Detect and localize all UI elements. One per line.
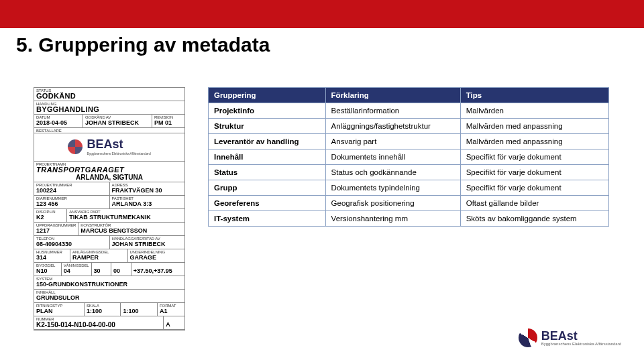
beast-logo-icon	[68, 139, 83, 154]
table-cell: Sköts av bakomliggande system	[460, 211, 608, 227]
val-van3: 00	[113, 267, 129, 275]
table-cell: Oftast gällande bilder	[460, 196, 608, 211]
table-cell: Specifikt för varje dokument	[460, 180, 608, 196]
table-cell: Mallvärden	[460, 103, 608, 119]
val-van1: 04	[64, 267, 89, 275]
table-row: ProjektinfoBeställarinformationMallvärde…	[209, 103, 609, 119]
val-koord: +37.50,+37.95	[133, 267, 182, 275]
slide: 5. Gruppering av metadata STATUSGODKÄND …	[0, 0, 644, 362]
val-fastighet: ARLANDA 3:3	[112, 200, 183, 208]
table-cell: Mallvärden med anpassning	[460, 119, 608, 134]
val-system: 150-GRUNDKONSTRUKTIONER	[36, 281, 182, 288]
table-row: GeoreferensGeografisk positioneringOftas…	[209, 196, 609, 211]
val-anl: RAMPER	[72, 254, 125, 261]
val-skala2: 1:100	[123, 308, 155, 315]
val-tel: 08-40904330	[36, 241, 107, 248]
beast-logo-text: BEAst	[87, 137, 150, 152]
table-cell: Mallvärden med anpassning	[460, 134, 608, 149]
table-row: StatusStatus och godkännandeSpecifikt fö…	[209, 165, 609, 180]
table-cell: Ansvarig part	[325, 134, 460, 149]
table-cell: Geografisk positionering	[325, 196, 460, 211]
th-forklaring: Förklaring	[325, 88, 460, 103]
table-cell: Innehåll	[209, 149, 326, 165]
val-format: A1	[160, 308, 182, 315]
document-form-card: STATUSGODKÄND HANDLINGBYGGHANDLING DATUM…	[34, 87, 185, 330]
page-title: 5. Gruppering av metadata	[16, 34, 270, 56]
val-van2: 30	[94, 267, 109, 275]
table-row: InnehållDokumentets innehållSpecifikt fö…	[209, 149, 609, 165]
val-projnr: 100224	[36, 187, 107, 194]
table-header-row: Gruppering Förklaring Tips	[209, 88, 609, 103]
table-cell: Status	[209, 165, 326, 180]
footer-logo: BEAst Byggbranschens Elektroniska Affärs…	[519, 328, 621, 347]
val-kons: MARCUS BENGTSSON	[80, 227, 182, 235]
val-diarie: 123 456	[36, 200, 107, 208]
val-projnamn: TRANSPORTGARAGET	[36, 166, 182, 174]
val-ort: ARLANDA, SIGTUNA	[36, 174, 182, 181]
table-cell: Beställarinformation	[325, 103, 460, 119]
beast-footer-icon	[519, 328, 537, 347]
val-rev: PM 01	[154, 119, 182, 127]
table-cell: Specifikt för varje dokument	[460, 165, 608, 180]
table-cell: Georeferens	[209, 196, 326, 211]
table-row: IT-systemVersionshantering mmSköts av ba…	[209, 211, 609, 227]
table-cell: Status och godkännande	[325, 165, 460, 180]
val-status: GODKÄND	[36, 93, 182, 100]
val-handling: BYGGHANDLING	[36, 106, 182, 113]
val-ritn: PLAN	[36, 308, 82, 315]
form-logo-row: BEAst Byggbranschens Elektroniska Affärs…	[34, 133, 184, 162]
val-skala1: 1:100	[87, 308, 119, 315]
table-cell: Anläggnings/fastighetstruktur	[325, 119, 460, 134]
th-tips: Tips	[460, 88, 608, 103]
table-cell: Versionshantering mm	[325, 211, 460, 227]
table-cell: Projektinfo	[209, 103, 326, 119]
val-nummer: K2-150-014-N10-04-00-00	[36, 321, 161, 328]
table-cell: Dokumentets typindelning	[325, 180, 460, 196]
val-godkand: JOHAN STRIBECK	[85, 119, 150, 127]
val-datum: 2018-04-05	[36, 119, 80, 127]
val-disc: K2	[36, 214, 64, 221]
val-ansv: TIKAB STRUKTURMEKANIK	[69, 214, 182, 221]
table-cell: Dokumentets innehåll	[325, 149, 460, 165]
val-innehall: GRUNDSULOR	[36, 294, 182, 302]
val-reva: A	[166, 321, 182, 328]
table-cell: IT-system	[209, 211, 326, 227]
val-uppdr: 1217	[36, 227, 76, 235]
val-n: N10	[36, 267, 59, 275]
footer-sub: Byggbranschens Elektroniska Affärsstanda…	[541, 342, 621, 346]
table-cell: Leverantör av handling	[209, 134, 326, 149]
table-cell: Specifikt för varje dokument	[460, 149, 608, 165]
table-row: GruppDokumentets typindelningSpecifikt f…	[209, 180, 609, 196]
metadata-table: Gruppering Förklaring Tips ProjektinfoBe…	[208, 87, 609, 227]
th-gruppering: Gruppering	[209, 88, 326, 103]
beast-logo-subtext: Byggbranschens Elektroniska Affärsstanda…	[87, 152, 150, 156]
lbl-bestallare: BESTÄLLARE	[36, 129, 182, 133]
table-row: StrukturAnläggnings/fastighetstrukturMal…	[209, 119, 609, 134]
val-adress: FRAKTVÄGEN 30	[112, 187, 183, 194]
table-cell: Grupp	[209, 180, 326, 196]
val-hand: JOHAN STRIBECK	[112, 241, 183, 248]
table-cell: Struktur	[209, 119, 326, 134]
table-row: Leverantör av handlingAnsvarig partMallv…	[209, 134, 609, 149]
val-hus: 314	[36, 254, 68, 261]
footer-brand: BEAst	[541, 330, 621, 342]
val-sek: GARAGE	[130, 254, 182, 261]
